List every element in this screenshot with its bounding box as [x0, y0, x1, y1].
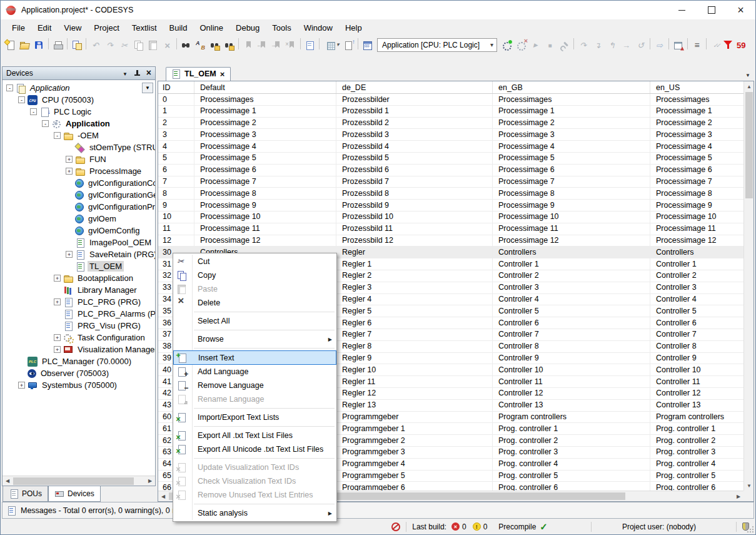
menubar-item[interactable]: Build — [163, 21, 194, 35]
cell-de-de[interactable]: Programmgeber 3 — [336, 447, 493, 458]
cell-de-de[interactable]: Regler 10 — [336, 364, 493, 375]
tree-item[interactable]: + FUN — [3, 153, 155, 165]
table-row[interactable]: 1 Processimage 1 Prozessbild 1 Processim… — [158, 106, 743, 118]
redo-button[interactable] — [103, 38, 117, 52]
cell-en-us[interactable]: Processimage 12 — [650, 235, 743, 247]
breakpoints-button[interactable] — [557, 38, 572, 52]
cell-en-gb[interactable]: Controller 7 — [493, 329, 650, 340]
cell-id[interactable]: 5 — [158, 153, 194, 164]
scroll-right-icon[interactable]: ▶ — [733, 491, 743, 501]
paste-button[interactable] — [146, 38, 160, 52]
tree-item[interactable]: Library Manager — [3, 284, 155, 296]
expand-toggle[interactable]: + — [54, 298, 61, 305]
cell-de-de[interactable]: Prozessbild 7 — [336, 176, 493, 188]
menu-item-add-language[interactable]: Add Language — [173, 365, 336, 379]
cell-en-gb[interactable]: Processimage 8 — [493, 188, 650, 199]
undo-button[interactable] — [88, 38, 103, 52]
toggle-bookmark-button[interactable] — [241, 38, 255, 52]
clear-bookmarks-button[interactable] — [284, 38, 298, 52]
maximize-button[interactable] — [697, 1, 726, 19]
messages-bar[interactable]: Messages - Total 0 error(s), 0 warning(s… — [2, 502, 754, 519]
tree-item[interactable]: gvlOem — [3, 213, 155, 225]
table-row[interactable]: 8 Processimage 8 Prozessbild 8 Processim… — [158, 188, 743, 200]
cell-en-us[interactable]: Controller 1 — [650, 258, 743, 270]
cell-en-gb[interactable]: Prog. controller 3 — [493, 447, 650, 458]
cell-en-us[interactable]: Processimage 11 — [650, 223, 743, 235]
cell-default[interactable]: Processimage 6 — [194, 165, 336, 176]
cell-id[interactable]: 8 — [158, 188, 194, 199]
cell-en-gb[interactable]: Controller 4 — [493, 294, 650, 305]
cell-id[interactable]: 7 — [158, 176, 194, 188]
cell-en-us[interactable]: Processimage 9 — [650, 200, 743, 211]
table-row[interactable]: 5 Processimage 5 Prozessbild 5 Processim… — [158, 153, 743, 165]
input-assistant-button[interactable] — [360, 38, 375, 52]
expand-toggle[interactable]: + — [66, 156, 73, 163]
cell-en-us[interactable]: Controller 4 — [650, 294, 743, 305]
find-button[interactable] — [179, 38, 193, 52]
step-into-button[interactable] — [590, 38, 605, 52]
cell-id[interactable]: 11 — [158, 223, 194, 235]
cell-de-de[interactable]: Prozessbild 6 — [336, 165, 493, 176]
scrollbar-thumb[interactable] — [13, 477, 134, 485]
tree-item[interactable]: PLC_PRG_Alarms (PRG) — [3, 308, 155, 320]
cell-default[interactable]: Processimage 10 — [194, 211, 336, 223]
tree-item[interactable]: gvlOemConfig — [3, 225, 155, 237]
print-button[interactable] — [51, 38, 65, 52]
cell-default[interactable]: Processimage 2 — [194, 118, 336, 129]
table-row[interactable]: 3 Processimage 3 Prozessbild 3 Processim… — [158, 129, 743, 141]
cell-id[interactable]: 2 — [158, 118, 194, 129]
expand-toggle[interactable]: - — [6, 84, 13, 91]
tree-item[interactable]: Observer (705003) — [3, 367, 155, 379]
cell-en-us[interactable]: Controller 6 — [650, 317, 743, 329]
tree-item[interactable]: - -OEM — [3, 130, 155, 141]
cell-en-gb[interactable]: Controller 1 — [493, 258, 650, 270]
menubar-item[interactable]: View — [58, 21, 88, 35]
reset-button[interactable] — [633, 38, 648, 52]
pin-icon[interactable] — [134, 69, 140, 77]
menu-item-export-all-txt[interactable]: Export All .txt Text List Files — [173, 429, 336, 442]
menubar-item[interactable]: File — [6, 21, 31, 35]
menu-item-remove-language[interactable]: Remove Language — [173, 379, 336, 392]
properties-button[interactable] — [303, 38, 317, 52]
copy-button[interactable] — [131, 38, 146, 52]
cell-de-de[interactable]: Programmgeber 5 — [336, 471, 493, 482]
scroll-up-icon[interactable]: ▲ — [744, 81, 754, 91]
devices-horizontal-scrollbar[interactable]: ◀ ▶ — [3, 476, 155, 486]
cell-en-us[interactable]: Controller 7 — [650, 329, 743, 340]
menubar-item[interactable]: Tools — [266, 21, 297, 35]
cell-default[interactable]: Processimage 1 — [194, 106, 336, 117]
cell-en-us[interactable]: Controller 8 — [650, 341, 743, 352]
cell-de-de[interactable]: Prozessbild 2 — [336, 118, 493, 129]
cell-en-us[interactable]: Controller 10 — [650, 364, 743, 375]
tab-tl-oem[interactable]: TL_OEM × — [166, 67, 231, 81]
save-project-button[interactable] — [32, 38, 46, 52]
tree-item[interactable]: + Task Configuration — [3, 332, 155, 344]
tree-item[interactable]: - CPU (705003) — [3, 94, 155, 106]
next-bookmark-button[interactable] — [270, 38, 284, 52]
cell-en-us[interactable]: Processimage 6 — [650, 165, 743, 176]
replace-in-project-button[interactable] — [222, 38, 236, 52]
step-over-button[interactable] — [576, 38, 590, 52]
tree-item[interactable]: + PLC_PRG (PRG) — [3, 296, 155, 308]
menubar-item[interactable]: Online — [193, 21, 229, 35]
expand-toggle[interactable]: + — [66, 168, 73, 175]
error-filter-icon[interactable] — [723, 40, 733, 50]
cell-en-us[interactable]: Controller 5 — [650, 305, 743, 317]
scroll-down-icon[interactable]: ▼ — [744, 481, 754, 491]
cell-de-de[interactable]: Regler 12 — [336, 388, 493, 399]
panel-menu-icon[interactable] — [123, 69, 128, 78]
cell-de-de[interactable]: Programmgeber 2 — [336, 435, 493, 446]
run-to-cursor-button[interactable] — [619, 38, 633, 52]
cell-en-us[interactable]: Prog. controller 1 — [650, 423, 743, 434]
table-row[interactable]: 11 Processimage 11 Prozessbild 11 Proces… — [158, 223, 743, 235]
cell-en-us[interactable]: Processimage 10 — [650, 211, 743, 223]
cell-de-de[interactable]: Prozessbild 10 — [336, 211, 493, 223]
step-out-button[interactable] — [605, 38, 619, 52]
menu-item-cut[interactable]: Cut — [173, 255, 336, 268]
menu-item-delete[interactable]: Delete — [173, 296, 336, 310]
cell-en-gb[interactable]: Controller 13 — [493, 400, 650, 411]
cell-de-de[interactable]: Regler 11 — [336, 376, 493, 387]
cell-en-us[interactable]: Controllers — [650, 247, 743, 258]
cell-id[interactable]: 3 — [158, 129, 194, 140]
cell-de-de[interactable]: Prozessbild 9 — [336, 200, 493, 211]
